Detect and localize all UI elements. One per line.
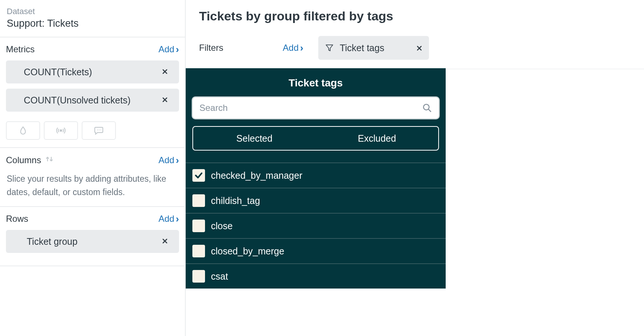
page-title: Tickets by group filtered by tags: [199, 9, 644, 23]
rows-title: Rows: [6, 214, 28, 224]
tab-selected[interactable]: Selected: [193, 127, 316, 150]
close-icon: [162, 97, 168, 103]
chevron-right-icon: ›: [176, 155, 179, 165]
tag-row[interactable]: checked_by_manager: [186, 162, 446, 188]
chevron-right-icon: ›: [176, 214, 179, 224]
tag-row[interactable]: csat: [186, 263, 446, 289]
drop-icon-button[interactable]: [6, 121, 40, 140]
columns-title: Columns: [6, 155, 54, 166]
filters-add-label: Add: [283, 43, 299, 53]
columns-add-link[interactable]: Add ›: [159, 155, 179, 165]
panel-title: Ticket tags: [186, 68, 446, 97]
dataset-section: Dataset Support: Tickets: [0, 0, 185, 37]
filters-row: Filters Add › Ticket tags: [199, 36, 644, 69]
tab-excluded[interactable]: Excluded: [316, 127, 438, 150]
tag-row[interactable]: closed_by_merge: [186, 238, 446, 263]
metric-label: COUNT(Unsolved tickets): [24, 95, 131, 106]
comment-icon-button[interactable]: [82, 121, 116, 140]
svg-point-2: [99, 129, 100, 130]
row-pill[interactable]: Ticket group: [6, 230, 179, 253]
metric-label: COUNT(Tickets): [24, 67, 92, 78]
svg-point-1: [97, 129, 98, 130]
close-icon: [162, 238, 168, 244]
metrics-section: Metrics Add › COUNT(Tickets) COUNT(Unsol…: [0, 37, 185, 148]
tag-label: close: [211, 221, 232, 231]
filter-icon: [325, 43, 334, 52]
tag-checkbox[interactable]: [192, 245, 205, 257]
selected-excluded-tabs: Selected Excluded: [192, 126, 439, 151]
tag-label: checked_by_manager: [211, 170, 302, 181]
svg-point-3: [100, 129, 101, 130]
metric-options-row: [6, 121, 179, 140]
dataset-name: Support: Tickets: [6, 18, 179, 29]
columns-add-label: Add: [159, 155, 175, 165]
metric-pill[interactable]: COUNT(Tickets): [6, 60, 179, 83]
filter-chip-label: Ticket tags: [340, 43, 384, 53]
rows-add-label: Add: [159, 214, 175, 224]
tag-search-field[interactable]: [192, 97, 439, 119]
close-icon: [416, 45, 422, 51]
remove-row-button[interactable]: [160, 234, 170, 248]
tag-checkbox[interactable]: [192, 169, 205, 182]
ticket-tags-panel: Ticket tags Selected Excluded checked_by…: [186, 68, 446, 289]
tag-checkbox[interactable]: [192, 194, 205, 207]
drop-icon: [18, 126, 28, 135]
rows-section: Rows Add › Ticket group: [0, 207, 185, 266]
columns-title-text: Columns: [6, 155, 41, 165]
filter-chip-ticket-tags[interactable]: Ticket tags: [318, 36, 429, 60]
metrics-title: Metrics: [6, 44, 35, 55]
metric-pill[interactable]: COUNT(Unsolved tickets): [6, 89, 179, 112]
metrics-add-link[interactable]: Add ›: [159, 44, 179, 55]
filters-add-link[interactable]: Add ›: [283, 43, 303, 53]
tag-label: childish_tag: [211, 195, 260, 206]
check-icon: [194, 171, 203, 180]
columns-section: Columns Add › Slice your results by addi…: [0, 148, 185, 207]
broadcast-icon-button[interactable]: [44, 121, 78, 140]
close-icon: [162, 69, 168, 75]
remove-metric-button[interactable]: [160, 93, 170, 107]
rows-add-link[interactable]: Add ›: [159, 214, 179, 224]
chevron-right-icon: ›: [176, 45, 179, 54]
tag-checkbox[interactable]: [192, 270, 205, 283]
chevron-right-icon: ›: [300, 43, 303, 53]
tag-list: checked_by_manager childish_tag close cl…: [186, 162, 446, 289]
tag-checkbox[interactable]: [192, 220, 205, 232]
tag-label: csat: [211, 271, 228, 282]
config-sidebar: Dataset Support: Tickets Metrics Add › C…: [0, 0, 186, 336]
tag-label: closed_by_merge: [211, 246, 284, 257]
tag-search-input[interactable]: [199, 103, 422, 113]
tag-row[interactable]: childish_tag: [186, 188, 446, 213]
remove-filter-button[interactable]: [416, 43, 422, 53]
search-icon: [422, 103, 432, 113]
main-area: Tickets by group filtered by tags Filter…: [186, 0, 644, 336]
columns-hint: Slice your results by adding attributes,…: [6, 172, 179, 199]
comment-icon: [94, 126, 104, 135]
broadcast-icon: [56, 126, 66, 135]
dataset-label: Dataset: [6, 7, 179, 16]
tag-row[interactable]: close: [186, 213, 446, 238]
metrics-add-label: Add: [159, 44, 175, 55]
row-label: Ticket group: [27, 236, 78, 247]
filters-label: Filters: [199, 43, 223, 53]
svg-point-0: [60, 130, 62, 131]
remove-metric-button[interactable]: [160, 65, 170, 79]
swap-icon[interactable]: [45, 155, 54, 166]
